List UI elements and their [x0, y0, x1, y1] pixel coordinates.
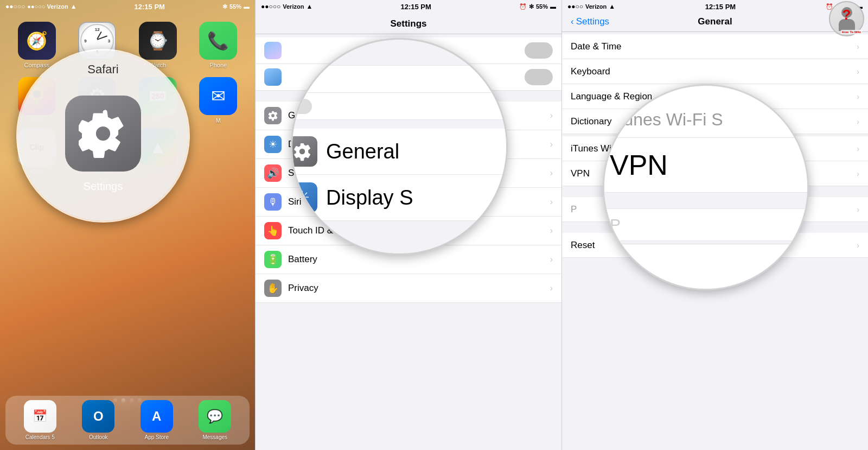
- battery-icon-row: 🔋: [264, 251, 282, 268]
- status-bar-1: ●●○○○ ●●○○○ Verizon ▲ 12:15 PM ✻ 55% ▬: [0, 0, 255, 13]
- home-screen-panel: ●●○○○ ●●○○○ Verizon ▲ 12:15 PM ✻ 55% ▬ 🧭…: [0, 0, 255, 450]
- magnifier-circle-2: General ☀ Display S: [291, 38, 508, 255]
- touchid-chevron: ›: [550, 226, 553, 236]
- battery-chevron: ›: [550, 255, 553, 264]
- calendars-label: Calendars 5: [25, 434, 55, 440]
- app-mail[interactable]: ✉ M: [193, 77, 245, 124]
- mag-display-row: ☀ Display S: [291, 175, 508, 221]
- question-mark: ?: [843, 7, 851, 23]
- settings-big-icon: [65, 96, 141, 172]
- mag-p-row: P: [603, 209, 809, 241]
- settings-row-privacy[interactable]: ✋ Privacy ›: [256, 274, 561, 303]
- back-button[interactable]: ‹ Settings: [571, 16, 609, 27]
- general-title: General: [698, 16, 732, 27]
- howto-figure: ? How To Wiki: [829, 1, 864, 36]
- messages-label: Messages: [202, 434, 227, 440]
- carrier-3: ●●○○ Verizon ▲: [567, 3, 615, 10]
- mag-general-icon: [291, 136, 317, 167]
- mag-itunes-row: iTunes Wi-Fi S: [603, 102, 809, 138]
- signal-dots-2: ●●○○○: [261, 3, 280, 10]
- battery-icon-2: ▬: [550, 3, 556, 10]
- magnifier-circle-1: Safari Settings: [16, 49, 190, 223]
- vpn-chevron: ›: [857, 169, 859, 178]
- mag-3-content: iTunes Wi-Fi S VPN P: [603, 102, 809, 244]
- mag-itunes-label: iTunes Wi-Fi S: [610, 110, 723, 130]
- settings-panel: ●●○○○ Verizon ▲ 12:15 PM ⏰ ✻ 55% ▬ Setti…: [255, 0, 561, 450]
- wifi-icon-2: ▲: [306, 3, 312, 10]
- settings-title: Settings: [390, 18, 426, 29]
- back-label: Settings: [576, 16, 609, 27]
- status-right-2: ⏰ ✻ 55% ▬: [519, 3, 556, 10]
- keyboard-label: Keyboard: [571, 66, 857, 77]
- status-bar-3: ●●○○ Verizon ▲ 12:15 PM ⏰ ✻ 55% ▬: [562, 0, 868, 13]
- appstore-label: App Store: [145, 434, 169, 440]
- carrier-left: ●●○○○ ●●○○○ Verizon ▲: [5, 3, 77, 10]
- sounds-chevron: ›: [550, 168, 553, 178]
- settings-mag-label: Settings: [84, 180, 123, 193]
- signal-dots-3: ●●○○: [567, 3, 583, 10]
- siri-chevron: ›: [550, 197, 553, 207]
- mag-vpn-label: VPN: [610, 149, 668, 181]
- mag-general-label: General: [326, 140, 399, 163]
- privacy-chevron: ›: [550, 283, 553, 293]
- back-chevron: ‹: [571, 16, 574, 27]
- app-empty: [193, 128, 245, 175]
- partial-icon-2: [264, 68, 282, 86]
- mag-vpn-row: VPN: [603, 138, 809, 193]
- phone-icon-bg: 📞: [199, 22, 237, 60]
- general-row-keyboard[interactable]: Keyboard ›: [562, 59, 868, 84]
- app-phone[interactable]: 📞 Phone: [193, 22, 245, 68]
- dock-messages[interactable]: 💬 Messages: [199, 400, 231, 440]
- mag-row-toggle-2: [291, 93, 508, 120]
- display-chevron: ›: [550, 140, 553, 149]
- mag-general-row: General: [291, 129, 508, 175]
- settings-header: Settings: [256, 13, 561, 34]
- reset-chevron: ›: [857, 241, 859, 250]
- bluetooth-2: ✻: [529, 3, 534, 10]
- battery-text-1: 55%: [229, 3, 241, 10]
- wifi-icon: ▲: [71, 3, 77, 10]
- mag-gray-2: [603, 241, 809, 244]
- mag-2-content: General ☀ Display S: [291, 61, 508, 221]
- outlook-icon-bg: O: [82, 400, 114, 433]
- mag-display-label: Display S: [326, 186, 413, 210]
- battery-2: 55%: [536, 3, 548, 10]
- mag-display-icon: ☀: [291, 182, 317, 213]
- safari-text: Safari: [87, 62, 118, 77]
- dock-outlook[interactable]: O Outlook: [82, 400, 114, 440]
- howto-wiki-logo: ? How To Wiki: [829, 1, 867, 39]
- datetime-chevron: ›: [857, 42, 859, 51]
- general-chevron: ›: [550, 111, 553, 121]
- calendars-icon-bg: 📅: [24, 400, 56, 433]
- mag-gray-2: [291, 120, 508, 129]
- status-time-1: 12:15 PM: [135, 3, 165, 11]
- wifi-icon-3: ▲: [609, 3, 615, 10]
- battery-icon-1: ▬: [244, 3, 250, 10]
- mag-p-label: P: [610, 216, 621, 234]
- language-chevron: ›: [857, 92, 859, 101]
- outlook-label: Outlook: [89, 434, 107, 440]
- siri-icon: 🎙: [264, 193, 282, 211]
- display-icon: ☀: [264, 136, 282, 153]
- mag-gray: [603, 193, 809, 209]
- mag-toggle-1: [291, 72, 312, 87]
- bluetooth-icon: ✻: [222, 3, 227, 10]
- alarm-icon-2: ⏰: [519, 3, 527, 10]
- keyboard-chevron: ›: [857, 67, 859, 76]
- messages-icon-bg: 💬: [199, 400, 231, 433]
- dock-calendars[interactable]: 📅 Calendars 5: [24, 400, 56, 440]
- status-time-3: 12:15 PM: [705, 3, 736, 11]
- toggle-1[interactable]: [525, 42, 553, 59]
- phone-label: Phone: [209, 62, 227, 68]
- mail-icon-bg: ✉: [199, 77, 237, 115]
- status-right-1: ✻ 55% ▬: [222, 3, 250, 10]
- carrier-name-3: Verizon: [585, 3, 607, 10]
- mag-gray-1: [291, 61, 508, 66]
- sounds-icon: 🔊: [264, 164, 282, 182]
- dock-appstore[interactable]: A App Store: [141, 400, 173, 440]
- toggle-2[interactable]: [525, 69, 553, 85]
- general-header-bar: ‹ Settings General: [562, 13, 868, 32]
- touchid-icon: 👆: [264, 222, 282, 239]
- profiles-chevron: ›: [857, 205, 859, 214]
- general-row-datetime[interactable]: Date & Time ›: [562, 34, 868, 59]
